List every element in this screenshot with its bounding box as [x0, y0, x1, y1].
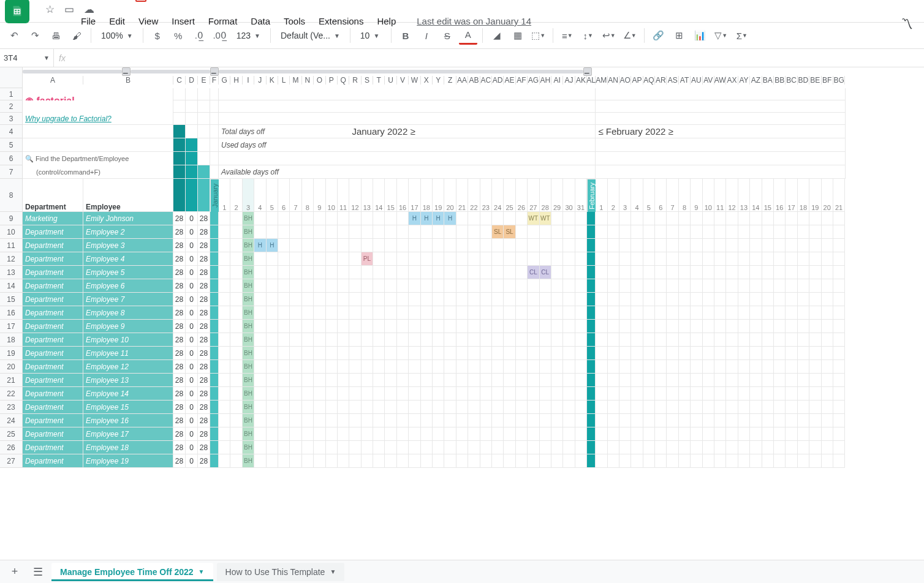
day-cell[interactable] — [738, 306, 750, 320]
day-cell[interactable] — [714, 225, 726, 239]
day-cell[interactable] — [397, 239, 409, 252]
day-cell[interactable] — [631, 401, 643, 414]
day-cell[interactable] — [726, 374, 738, 387]
day-cell[interactable] — [254, 427, 266, 441]
day-cell[interactable] — [373, 360, 385, 374]
col-header[interactable]: AR — [655, 76, 667, 85]
day-cell[interactable] — [774, 441, 786, 454]
day-cell[interactable] — [619, 427, 631, 441]
day-cell[interactable] — [504, 374, 515, 387]
day-cell[interactable] — [314, 401, 325, 414]
day-cell[interactable] — [679, 441, 691, 454]
day-cell[interactable]: BH — [243, 427, 254, 441]
day-cell[interactable] — [290, 279, 301, 293]
day-cell[interactable] — [338, 427, 349, 441]
day-cell[interactable] — [397, 293, 409, 306]
day-cell[interactable] — [314, 360, 325, 374]
day-cell[interactable] — [551, 320, 563, 333]
day-cell[interactable] — [278, 347, 290, 360]
day-cell[interactable] — [326, 225, 338, 239]
day-cell[interactable] — [373, 239, 385, 252]
day-cell[interactable] — [631, 360, 643, 374]
day-cell[interactable] — [219, 347, 230, 360]
day-cell[interactable] — [750, 212, 762, 225]
day-cell[interactable] — [786, 441, 797, 454]
day-cell[interactable] — [290, 441, 301, 454]
day-cell[interactable] — [575, 360, 587, 374]
day-cell[interactable] — [267, 279, 278, 293]
day-cell[interactable] — [798, 293, 809, 306]
day-cell[interactable] — [456, 454, 468, 468]
day-cell[interactable] — [738, 333, 750, 347]
day-cell[interactable] — [230, 212, 242, 225]
day-cell[interactable] — [786, 266, 797, 279]
day-cell[interactable] — [596, 333, 607, 347]
day-cell[interactable] — [468, 293, 480, 306]
day-cell[interactable] — [254, 360, 266, 374]
day-cell[interactable] — [397, 374, 409, 387]
day-cell[interactable] — [267, 427, 278, 441]
day-cell[interactable] — [786, 454, 797, 468]
day-cell[interactable] — [362, 333, 373, 347]
day-cell[interactable] — [631, 212, 643, 225]
day-cell[interactable] — [421, 320, 433, 333]
day-cell[interactable] — [409, 320, 420, 333]
day-cell[interactable] — [726, 387, 738, 401]
day-cell[interactable] — [750, 266, 762, 279]
day-cell[interactable] — [302, 225, 314, 239]
day-cell[interactable] — [504, 306, 515, 320]
day-cell[interactable] — [409, 427, 420, 441]
day-cell[interactable] — [762, 252, 774, 266]
day-cell[interactable] — [302, 347, 314, 360]
day-cell[interactable] — [703, 414, 714, 427]
day-cell[interactable] — [302, 266, 314, 279]
day-cell[interactable] — [809, 239, 821, 252]
day-cell[interactable] — [444, 320, 456, 333]
day-cell[interactable] — [219, 360, 230, 374]
day-cell[interactable] — [278, 427, 290, 441]
day-cell[interactable] — [738, 374, 750, 387]
day-cell[interactable] — [703, 454, 714, 468]
day-cell[interactable] — [655, 252, 667, 266]
day-cell[interactable] — [714, 347, 726, 360]
day-cell[interactable] — [563, 414, 575, 427]
day-cell[interactable] — [774, 252, 786, 266]
day-cell[interactable] — [631, 320, 643, 333]
day-cell[interactable] — [397, 427, 409, 441]
day-cell[interactable] — [409, 360, 420, 374]
day-cell[interactable] — [349, 374, 361, 387]
day-cell[interactable] — [480, 225, 492, 239]
day-cell[interactable] — [726, 239, 738, 252]
day-cell[interactable] — [254, 293, 266, 306]
day-cell[interactable] — [290, 347, 301, 360]
day-cell[interactable] — [726, 454, 738, 468]
day-cell[interactable] — [563, 441, 575, 454]
day-cell[interactable] — [540, 441, 551, 454]
day-cell[interactable] — [679, 347, 691, 360]
day-cell[interactable] — [338, 293, 349, 306]
day-cell[interactable] — [278, 266, 290, 279]
day-cell[interactable] — [833, 374, 845, 387]
day-cell[interactable] — [409, 374, 420, 387]
day-cell[interactable] — [608, 320, 619, 333]
day-cell[interactable] — [762, 414, 774, 427]
day-cell[interactable] — [290, 333, 301, 347]
day-cell[interactable] — [492, 374, 504, 387]
day-cell[interactable] — [444, 266, 456, 279]
col-header[interactable]: AD — [492, 76, 504, 85]
day-cell[interactable] — [822, 414, 833, 427]
day-cell[interactable] — [397, 225, 409, 239]
day-cell[interactable] — [608, 333, 619, 347]
day-cell[interactable] — [254, 320, 266, 333]
row-header[interactable]: 10 — [0, 225, 22, 239]
day-cell[interactable] — [714, 266, 726, 279]
day-cell[interactable] — [267, 401, 278, 414]
day-cell[interactable] — [762, 212, 774, 225]
day-cell[interactable] — [809, 266, 821, 279]
day-cell[interactable] — [433, 401, 444, 414]
day-cell[interactable] — [409, 225, 420, 239]
day-cell[interactable] — [691, 401, 702, 414]
day-cell[interactable]: BH — [243, 320, 254, 333]
day-cell[interactable] — [290, 212, 301, 225]
day-cell[interactable] — [314, 387, 325, 401]
